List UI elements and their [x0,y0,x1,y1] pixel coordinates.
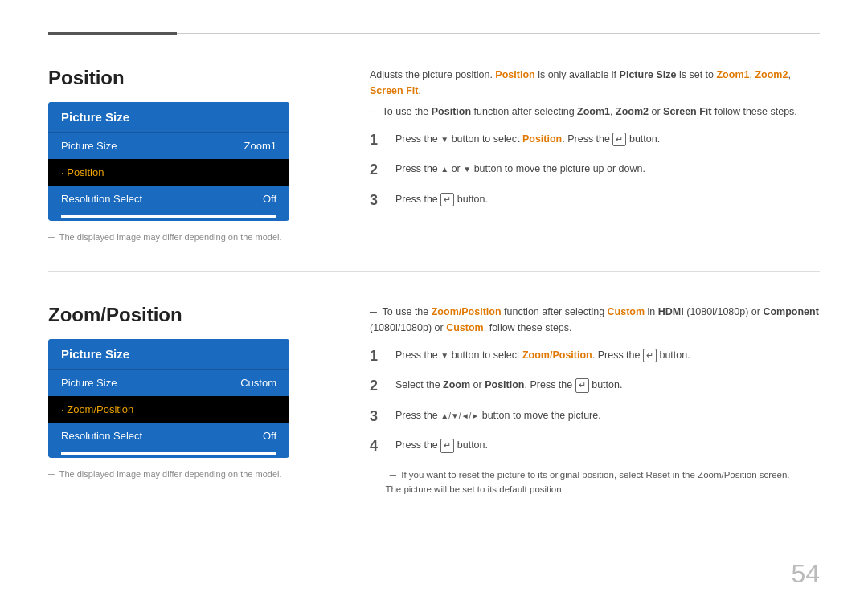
enter-icon-zp1: ↵ [643,349,657,362]
zoom-position-card-row-2-selected: · Zoom/Position [48,396,289,423]
position-row1-value: Zoom1 [244,140,276,152]
position-steps: 1 Press the ▼ button to select Position.… [370,131,820,210]
zoom-position-step-3: 3 Press the ▲/▼/◄/► button to move the p… [370,407,820,426]
position-sub-bold-sf: Screen Fit [663,106,711,117]
position-intro-text: Adjusts the picture position. Position i… [370,67,820,99]
zoom-position-step-4: 4 Press the ↵ button. [370,437,820,456]
zoom-position-step2-text: Select the Zoom or Position. Press the ↵… [395,377,622,393]
position-highlight-position: Position [495,69,534,80]
position-sub-bold-zoom1: Zoom1 [577,106,610,117]
zp-highlight-custom2: Custom [446,322,484,333]
position-right-col: Adjusts the picture position. Position i… [370,67,820,242]
enter-icon-3: ↵ [440,193,454,206]
position-sub-bold-zoom2: Zoom2 [616,106,649,117]
position-highlight-zoom2: Zoom2 [755,69,788,80]
position-left-col: Position Picture Size Picture Size Zoom1… [48,67,321,242]
zp-highlight-hdmi: HDMI [658,306,684,317]
zoom-position-row1-value: Custom [240,377,276,389]
position-highlight-zoom1: Zoom1 [716,69,749,80]
section-divider [48,271,820,272]
zoom-position-card-bottom-line [61,452,276,455]
position-card: Picture Size Picture Size Zoom1 · Positi… [48,102,289,221]
position-step2-text: Press the ▲ or ▼ button to move the pict… [395,161,645,177]
zoom-position-row2-label: · Zoom/Position [61,403,133,415]
position-highlight-picturesize: Picture Size [620,69,677,80]
enter-icon-zp2: ↵ [575,378,589,392]
zp-sub-reset: Reset [646,470,670,480]
zp-highlight-custom: Custom [608,306,645,317]
position-highlight-screenfit: Screen Fit [370,85,418,96]
position-step1-text: Press the ▼ button to select Position. P… [395,131,660,147]
zoom-position-sub-note: ─ If you want to reset the picture to it… [370,468,820,497]
zoom-position-title: Zoom/Position [48,304,321,326]
zoom-position-step-1: 1 Press the ▼ button to select Zoom/Posi… [370,347,820,366]
position-row2-label: · Position [61,166,104,178]
zoom-position-card: Picture Size Picture Size Custom · Zoom/… [48,339,289,458]
position-card-header: Picture Size [48,102,289,133]
zoom-position-step3-num: 3 [370,407,386,426]
position-card-bottom-line [61,215,276,218]
zoom-position-card-row-1: Picture Size Custom [48,370,289,396]
position-row3-label: Resolution Select [61,193,142,205]
zoom-position-row3-label: Resolution Select [61,430,142,442]
zp-highlight-zoom-pos: Zoom/Position [432,306,502,317]
zoom-position-intro-text: ─ To use the Zoom/Position function afte… [370,304,820,336]
zoom-position-card-header: Picture Size [48,339,289,370]
zoom-position-step4-num: 4 [370,437,386,456]
zoom-position-step2-num: 2 [370,377,386,395]
position-sub-bold-position: Position [432,106,471,117]
position-step2-num: 2 [370,161,386,179]
zoom-position-step-2: 2 Select the Zoom or Position. Press the… [370,377,820,395]
position-title: Position [48,67,321,89]
zoom-position-steps: 1 Press the ▼ button to select Zoom/Posi… [370,347,820,456]
position-step1-highlight: Position [522,133,562,145]
zp-sub-note-dash: ─ [390,470,402,480]
zp-step2-position: Position [485,379,524,390]
zoom-position-row3-value: Off [263,430,276,442]
zp-step2-zoom: Zoom [443,379,470,390]
zp-highlight-component: Component [763,306,818,317]
position-card-row-3: Resolution Select Off [48,186,289,212]
zp-step1-highlight: Zoom/Position [522,349,592,361]
position-step-2: 2 Press the ▲ or ▼ button to move the pi… [370,161,820,179]
zoom-position-disclaimer: ─ The displayed image may differ dependi… [48,469,321,479]
zoom-position-row1-label: Picture Size [61,377,117,389]
position-disclaimer: ─ The displayed image may differ dependi… [48,232,321,242]
zoom-position-step1-num: 1 [370,347,386,366]
position-step-3: 3 Press the ↵ button. [370,191,820,210]
section-zoom-position: Zoom/Position Picture Size Picture Size … [48,304,820,497]
position-step1-num: 1 [370,131,386,149]
zoom-position-right-col: ─ To use the Zoom/Position function afte… [370,304,820,497]
position-step3-num: 3 [370,191,386,210]
zoom-position-left-col: Zoom/Position Picture Size Picture Size … [48,304,321,497]
position-step-1: 1 Press the ▼ button to select Position.… [370,131,820,149]
position-step3-text: Press the ↵ button. [395,191,488,207]
zoom-position-step4-text: Press the ↵ button. [395,437,488,453]
position-row3-value: Off [263,193,276,205]
arrows-icon-zp3: ▲/▼/◄/► [440,410,479,423]
zoom-position-step3-text: Press the ▲/▼/◄/► button to move the pic… [395,407,601,423]
down-arrow-icon-2: ▼ [463,163,471,176]
zoom-position-card-row-3: Resolution Select Off [48,423,289,449]
enter-icon-1: ↵ [612,133,626,146]
zp-sub-zoom-pos: Zoom/Position [698,470,757,480]
position-card-row-2-selected: · Position [48,159,289,186]
section-position: Position Picture Size Picture Size Zoom1… [48,67,820,242]
up-arrow-icon-2: ▲ [440,163,448,176]
position-card-row-1: Picture Size Zoom1 [48,133,289,159]
enter-icon-zp4: ↵ [440,439,454,452]
page-number: 54 [791,559,820,589]
down-arrow-icon: ▼ [440,133,448,146]
position-row1-label: Picture Size [61,140,117,152]
position-sub-intro: ─ To use the Position function after sel… [370,104,820,120]
down-arrow-icon-zp1: ▼ [440,349,448,362]
zoom-position-step1-text: Press the ▼ button to select Zoom/Positi… [395,347,690,363]
